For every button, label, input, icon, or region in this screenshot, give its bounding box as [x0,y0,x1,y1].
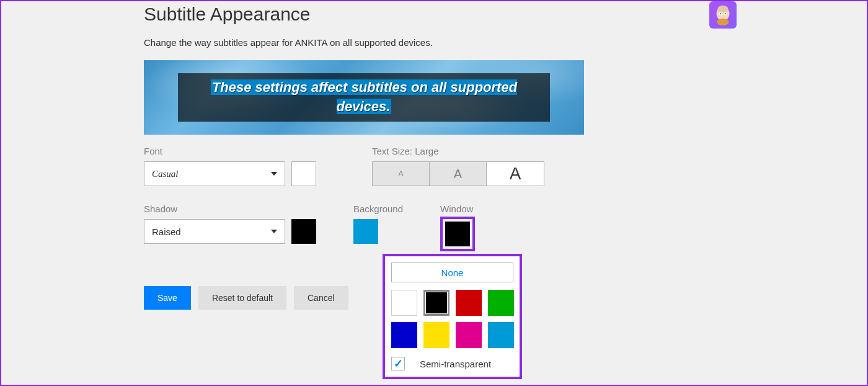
save-button[interactable]: Save [144,286,191,310]
color-option-yellow[interactable] [423,322,450,348]
page-subtitle: Change the way subtitles appear for ANKI… [144,37,584,48]
text-size-medium[interactable]: A [430,162,487,186]
window-swatch-highlight [440,217,475,251]
color-option-cyan[interactable] [488,322,514,348]
font-select[interactable]: Casual [144,161,285,186]
shadow-label: Shadow [144,204,316,214]
color-option-white[interactable] [391,290,417,316]
chevron-down-icon [271,172,277,176]
window-color-popup: None ✓ Semi-transparent [383,254,522,379]
window-label: Window [440,204,475,214]
preview-text: These settings affect subtitles on all s… [211,79,517,114]
background-color-swatch[interactable] [353,219,378,244]
text-size-group: A A A [372,161,544,186]
font-label: Font [144,146,316,156]
chevron-down-icon [271,230,277,233]
color-option-blue[interactable] [391,322,417,348]
semi-transparent-label: Semi-transparent [420,359,491,369]
profile-avatar[interactable] [709,1,737,29]
page-title: Subtitle Appearance [144,4,584,25]
text-size-label: Text Size: Large [372,146,544,156]
font-value: Casual [152,169,179,179]
svg-point-4 [720,13,721,14]
text-size-large[interactable]: A [487,162,544,186]
svg-point-1 [717,6,728,12]
background-label: Background [353,204,403,214]
font-color-swatch[interactable] [291,161,316,186]
shadow-select[interactable]: Raised [144,219,285,244]
shadow-color-swatch[interactable] [291,219,316,244]
semi-transparent-checkbox[interactable]: ✓ [391,357,405,370]
shadow-value: Raised [152,227,181,237]
color-option-black[interactable] [423,290,450,316]
reset-button[interactable]: Reset to default [198,286,286,310]
subtitle-preview: These settings affect subtitles on all s… [144,60,584,135]
color-none-button[interactable]: None [391,263,513,282]
color-option-green[interactable] [488,290,514,316]
cancel-button[interactable]: Cancel [294,286,348,310]
text-size-small[interactable]: A [373,162,430,186]
color-option-red[interactable] [456,290,482,316]
color-option-magenta[interactable] [456,322,482,348]
svg-point-6 [717,19,729,25]
preview-window: These settings affect subtitles on all s… [178,73,550,122]
window-color-swatch[interactable] [445,222,470,246]
color-grid [391,290,513,348]
svg-point-5 [725,13,726,14]
